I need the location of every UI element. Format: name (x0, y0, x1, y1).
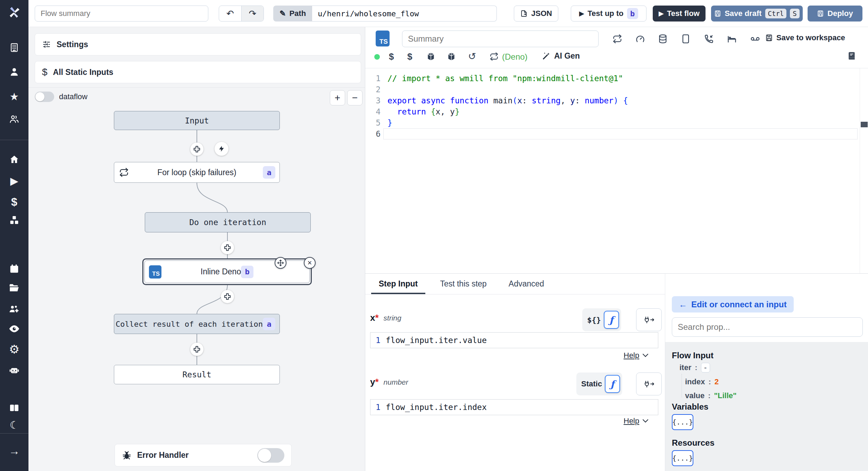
field-x-help-link[interactable]: Help (624, 351, 648, 360)
collapse-arrow-icon[interactable]: → (0, 443, 28, 459)
schedules-calendar-icon[interactable] (0, 261, 28, 276)
resources-object-chip[interactable]: {...} (672, 450, 693, 466)
flow-input-title: Flow Input (672, 351, 713, 360)
tab-step-input[interactable]: Step Input (371, 274, 425, 294)
code-line[interactable]: 1// import * as wmill from "npm:windmill… (365, 73, 859, 84)
library-book-icon[interactable] (847, 51, 856, 60)
search-prop-input[interactable] (672, 317, 863, 337)
prop-row-iter[interactable]: iter : - (679, 363, 710, 372)
reset-rotate-icon[interactable]: ↺ (468, 51, 476, 62)
workers-robot-icon[interactable] (0, 363, 28, 378)
path-input[interactable] (312, 6, 497, 22)
node-iteration[interactable]: Do one iteration (145, 212, 311, 232)
field-x-expr-editor[interactable]: 1 flow_input.iter.value (370, 332, 658, 348)
package-icon[interactable] (447, 52, 456, 61)
code-line[interactable]: 3export async function main(x: string, y… (365, 95, 859, 106)
ai-gen-button[interactable]: AI Gen (542, 51, 580, 61)
trigger-bolt-button[interactable] (215, 142, 228, 156)
node-forloop[interactable]: For loop (skip failures) a (114, 162, 280, 183)
code-editor[interactable]: 1// import * as wmill from "npm:windmill… (365, 73, 859, 139)
favorites-star-icon[interactable]: ★ (0, 89, 28, 104)
code-line[interactable]: 5} (365, 117, 859, 128)
suspend-phone-icon[interactable] (704, 34, 714, 44)
deploy-button[interactable]: Deploy (808, 6, 862, 22)
docs-book-icon[interactable] (0, 400, 28, 416)
variables-dollar-icon[interactable]: $ (0, 194, 28, 209)
field-y-connect-button[interactable] (636, 372, 662, 395)
redo-button[interactable]: ↷ (241, 6, 264, 21)
editor-scrollbar[interactable] (860, 68, 868, 273)
step-summary-input[interactable] (402, 31, 599, 47)
mock-voicemail-icon[interactable] (750, 34, 760, 44)
typescript-badge: TS (149, 265, 161, 279)
edit-connect-input-button[interactable]: ← Edit or connect an input (672, 296, 794, 312)
dark-mode-moon-icon[interactable]: ☾ (0, 417, 28, 433)
node-input[interactable]: Input (114, 111, 280, 130)
function-mode-button[interactable]: ƒ (604, 311, 619, 329)
retries-repeat-icon[interactable] (612, 34, 622, 44)
arrow-left-icon: ← (679, 300, 687, 309)
node-result[interactable]: Result (114, 365, 280, 384)
add-step-button[interactable] (221, 290, 234, 303)
field-y-help-link[interactable]: Help (624, 417, 648, 426)
field-x-connect-button[interactable] (636, 308, 662, 331)
flow-summary-input[interactable] (35, 6, 208, 22)
save-draft-button[interactable]: Save draft Ctrl S (711, 6, 803, 22)
add-step-button[interactable] (190, 143, 203, 156)
resources-cubes-icon[interactable] (0, 213, 28, 228)
collapse-toggle[interactable]: - (701, 363, 710, 372)
variables-object-chip[interactable]: {...} (672, 414, 693, 430)
groups-users-icon[interactable] (0, 111, 28, 127)
home-icon[interactable] (0, 152, 28, 167)
language-selector[interactable]: (Deno) (502, 52, 527, 62)
field-y-expr-editor[interactable]: 1 flow_input.iter.index (370, 399, 658, 415)
early-stop-gauge-icon[interactable] (635, 34, 645, 44)
path-edit-button[interactable]: ✎ Path (273, 6, 312, 22)
test-flow-button[interactable]: ▶ Test flow (653, 6, 706, 22)
suspend-square-icon[interactable] (681, 34, 690, 44)
variables-dollar-icon[interactable]: $ (407, 51, 412, 62)
undo-button[interactable]: ↶ (219, 6, 241, 21)
function-mode-button[interactable]: ƒ (605, 375, 620, 393)
prop-row-index[interactable]: index : 2 (685, 377, 719, 386)
topbar: ↶ ↷ ✎ Path JSON ▶ Test up to b ▶ Test fl… (28, 0, 868, 27)
move-node-button[interactable] (275, 257, 286, 269)
folders-folder-icon[interactable] (0, 280, 28, 296)
static-mode-label: Static (581, 379, 602, 388)
reload-refresh-icon[interactable] (490, 52, 499, 61)
field-y-mode-toggle[interactable]: Static ƒ (576, 372, 622, 395)
variables-title: Variables (672, 402, 708, 412)
package-icon[interactable] (426, 52, 435, 61)
test-up-to-button[interactable]: ▶ Test up to b (571, 6, 646, 22)
sleep-bed-icon[interactable] (727, 34, 737, 44)
assets-dollar-icon[interactable]: $ (389, 51, 394, 62)
tab-advanced[interactable]: Advanced (506, 274, 547, 294)
flow-edges (28, 27, 365, 471)
group-manage-icon[interactable] (0, 301, 28, 317)
add-step-button[interactable] (221, 241, 234, 254)
code-line[interactable]: 2 (365, 84, 859, 95)
field-x-mode-toggle[interactable]: ${} ƒ (582, 308, 621, 331)
windmill-flow-editor: ★ ▶ $ ⚙ ☾ → (0, 0, 868, 471)
file-json-icon (520, 10, 528, 17)
save-icon (765, 34, 773, 42)
settings-gear-icon[interactable]: ⚙ (0, 342, 28, 357)
sparkle-wand-icon (542, 52, 551, 61)
add-step-button[interactable] (190, 343, 203, 356)
runs-play-icon[interactable]: ▶ (0, 173, 28, 188)
audit-eye-icon[interactable] (0, 321, 28, 336)
prop-row-value[interactable]: value : "Lille" (685, 391, 736, 400)
windmill-logo-icon[interactable] (0, 0, 28, 24)
user-icon[interactable] (0, 64, 28, 79)
scrollbar-thumb[interactable] (861, 122, 868, 127)
json-button[interactable]: JSON (514, 6, 558, 22)
code-line[interactable]: 4 return {x, y} (365, 106, 859, 117)
workspace-building-icon[interactable] (0, 40, 28, 55)
code-line[interactable]: 6 (365, 128, 859, 139)
save-to-workspace-button[interactable]: Save to workspace (765, 33, 845, 42)
node-collect[interactable]: Collect result of each iteration a (114, 314, 280, 334)
delete-node-button[interactable]: × (304, 257, 316, 269)
tab-test-this-step[interactable]: Test this step (435, 274, 491, 294)
cache-database-icon[interactable] (658, 34, 668, 44)
error-handler-toggle[interactable] (257, 448, 284, 463)
